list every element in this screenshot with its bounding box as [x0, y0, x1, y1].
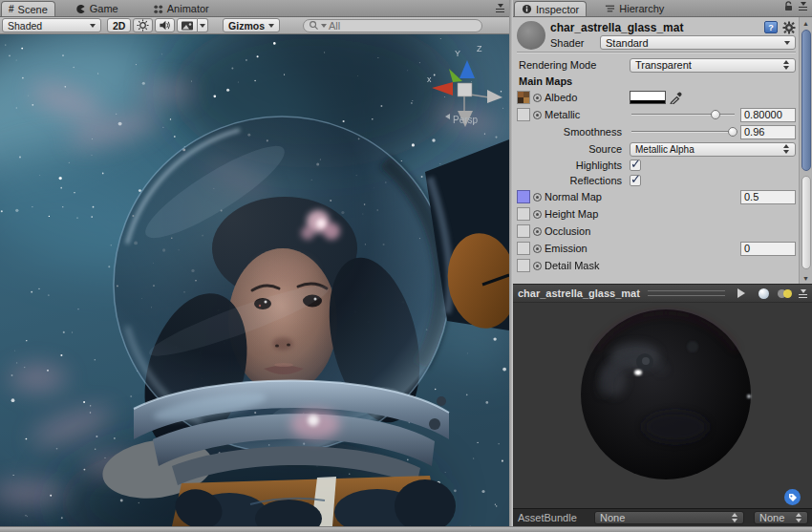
tab-hierarchy[interactable]: Hierarchy [598, 1, 671, 16]
smoothness-label: Smoothness [517, 126, 630, 138]
material-thumbnail[interactable] [517, 21, 545, 50]
normal-map-target-icon[interactable] [533, 193, 542, 202]
scene-search-field[interactable]: All [303, 19, 482, 32]
source-row: Source Metallic Alpha [517, 140, 796, 158]
effects-toggle-button[interactable] [177, 18, 198, 32]
tab-scene-label: Scene [18, 4, 48, 15]
emission-texture-slot[interactable] [517, 242, 530, 255]
gizmo-persp-label[interactable]: Persp [453, 115, 479, 125]
tab-inspector[interactable]: Inspector [514, 1, 587, 16]
tab-animator[interactable]: Animator [146, 1, 216, 16]
albedo-target-icon[interactable] [533, 94, 542, 102]
occlusion-target-icon[interactable] [533, 227, 542, 236]
rendering-mode-label: Rendering Mode [517, 59, 630, 71]
normal-map-row: Normal Map 0.5 [517, 188, 796, 205]
detail-mask-target-icon[interactable] [533, 262, 542, 270]
source-dropdown[interactable]: Metallic Alpha [630, 142, 796, 157]
effects-dropdown-arrow[interactable] [198, 18, 208, 32]
preview-drag-handle[interactable] [648, 290, 725, 296]
shader-row: Shader Standard [550, 34, 796, 51]
tab-game[interactable]: Game [69, 1, 125, 16]
material-header: char_astrella_glass_mat ? [517, 20, 796, 49]
assetbundle-dropdown[interactable]: None [594, 511, 744, 524]
shader-dropdown[interactable]: Standard [600, 35, 796, 50]
metallic-slider[interactable] [630, 108, 737, 121]
scroll-up-arrow[interactable]: ▲ [800, 17, 812, 29]
shading-mode-value: Shaded [8, 20, 42, 32]
detail-mask-texture-slot[interactable] [517, 259, 530, 272]
lock-icon[interactable] [784, 1, 793, 11]
scrollbar-track-segment[interactable] [801, 176, 811, 269]
help-icon[interactable]: ? [764, 21, 778, 33]
hierarchy-list-icon [605, 4, 615, 13]
albedo-label: Albedo [545, 92, 577, 103]
metallic-texture-slot[interactable] [517, 108, 530, 121]
reflections-checkbox[interactable] [630, 175, 641, 186]
lighting-toggle-button[interactable] [133, 18, 153, 32]
highlights-checkbox[interactable] [630, 160, 641, 171]
animator-nodes-icon [153, 4, 163, 14]
shading-mode-dropdown[interactable]: Shaded [2, 18, 101, 32]
image-icon [181, 20, 194, 32]
audio-toggle-button[interactable] [155, 18, 175, 32]
metallic-value-field[interactable]: 0.80000 [740, 108, 796, 122]
scene-viewport[interactable]: x Y Z Persp [0, 34, 509, 526]
gizmos-dropdown[interactable]: Gizmos [223, 18, 280, 32]
scene-panel-menu-icon[interactable] [492, 4, 508, 12]
albedo-texture-slot[interactable] [517, 91, 530, 104]
height-map-target-icon[interactable] [533, 210, 542, 219]
smoothness-slider-handle[interactable] [728, 127, 737, 137]
gizmo-y-label: Y [455, 49, 460, 58]
updown-arrows-icon [732, 513, 738, 522]
occlusion-texture-slot[interactable] [517, 224, 530, 238]
smoothness-slider[interactable] [630, 125, 737, 138]
albedo-color-swatch[interactable] [630, 91, 666, 104]
material-preview[interactable] [513, 303, 812, 508]
emission-value-field[interactable]: 0 [740, 242, 796, 256]
height-map-label: Height Map [545, 208, 598, 220]
emission-label: Emission [545, 243, 588, 254]
effects-combo [177, 18, 208, 32]
lighting-dots-icon [778, 288, 793, 299]
shader-value: Standard [606, 37, 649, 49]
search-filter-caret-icon [321, 24, 327, 28]
inspector-panel: Inspector Hierarchy [513, 0, 812, 526]
preview-menu-icon[interactable] [799, 289, 807, 298]
emission-target-icon[interactable] [533, 245, 542, 253]
eyedropper-icon[interactable] [670, 92, 682, 104]
updown-arrows-icon [783, 60, 790, 70]
normal-map-label: Normal Map [545, 191, 602, 202]
scrollbar-thumb[interactable] [801, 30, 811, 171]
preview-header[interactable]: char_astrella_glass_mat [513, 284, 812, 303]
normal-map-value-field[interactable]: 0.5 [740, 190, 796, 204]
shader-label: Shader [550, 37, 594, 49]
rendering-mode-dropdown[interactable]: Transparent [630, 58, 796, 73]
metallic-label: Metallic [545, 109, 580, 120]
highlights-label: Highlights [517, 160, 630, 171]
height-map-row: Height Map [517, 205, 796, 223]
metallic-target-icon[interactable] [533, 111, 542, 119]
preview-lighting-button[interactable] [777, 287, 794, 300]
toggle-2d-button[interactable]: 2D [107, 18, 131, 32]
asset-labels-button[interactable] [784, 489, 801, 505]
preview-play-button[interactable] [733, 287, 750, 300]
assetbundle-variant-dropdown[interactable]: None [754, 511, 808, 524]
inspector-scrollbar[interactable]: ▲ ▼ [799, 17, 812, 284]
tab-scene[interactable]: # Scene [1, 1, 55, 16]
window-bottom-edge [0, 526, 812, 532]
game-pacman-icon [75, 4, 86, 14]
reflections-row: Reflections [517, 173, 796, 188]
preview-shape-button[interactable] [755, 287, 772, 300]
smoothness-row: Smoothness 0.96 [517, 123, 796, 140]
tab-animator-label: Animator [167, 3, 209, 14]
normal-map-texture-slot[interactable] [517, 190, 530, 203]
height-map-texture-slot[interactable] [517, 207, 530, 221]
scroll-down-arrow[interactable]: ▼ [800, 272, 812, 284]
gear-icon[interactable] [782, 21, 796, 34]
metallic-slider-handle[interactable] [711, 110, 720, 119]
smoothness-value-field[interactable]: 0.96 [740, 125, 796, 139]
inspector-menu-icon[interactable] [799, 2, 807, 11]
scene-panel: # Scene Game Animator [0, 0, 509, 526]
preview-sphere [581, 309, 751, 479]
chevron-down-icon [90, 24, 96, 28]
